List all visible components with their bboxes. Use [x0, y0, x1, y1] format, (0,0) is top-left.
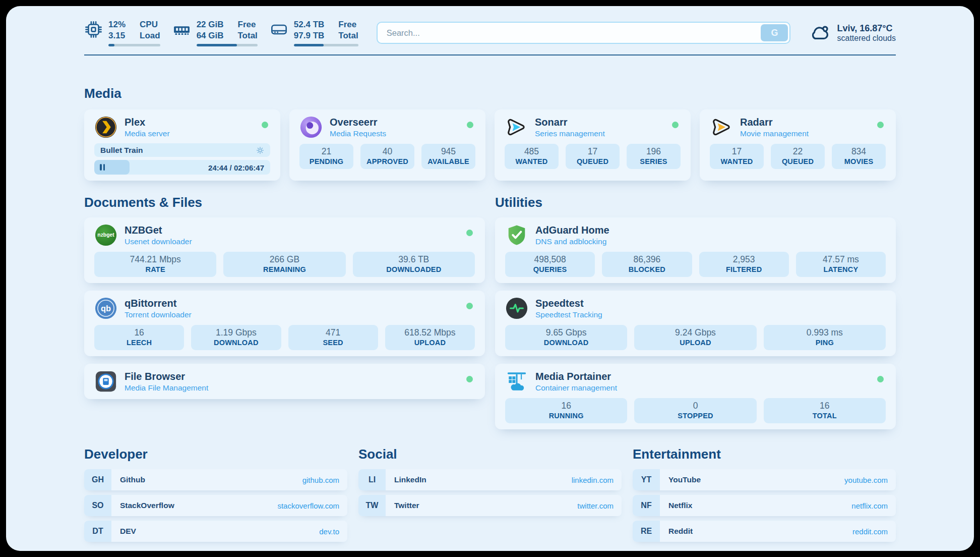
bookmark-github[interactable]: GH Github github.com: [84, 469, 347, 490]
stat-label: LATENCY: [798, 265, 884, 273]
search-input[interactable]: [377, 22, 791, 44]
bookmark-group-developer: Developer GH Github github.com SO StackO…: [84, 447, 347, 542]
stat-remaining: 266 GB REMAINING: [223, 252, 345, 277]
now-playing-title: Bullet Train: [100, 146, 143, 155]
bookmark-name: StackOverflow: [120, 501, 174, 510]
app-card-overseerr[interactable]: Overseerr Media Requests 21 PENDING 40 A…: [289, 109, 485, 181]
bookmark-reddit[interactable]: RE Reddit reddit.com: [633, 521, 896, 542]
stat-queries: 498,508 QUERIES: [505, 252, 595, 277]
cpu-progress-bar: [108, 44, 160, 46]
stat-label: QUERIES: [507, 265, 593, 273]
stat-queued: 22 QUEUED: [771, 144, 825, 169]
stat-value: 21: [301, 146, 351, 157]
bookmark-name: YouTube: [668, 475, 701, 484]
topbar-divider: [84, 54, 896, 55]
app-card-portainer[interactable]: Media Portainer Container management 16 …: [495, 364, 896, 429]
section-title-media: Media: [84, 86, 896, 101]
stat-value: 9.65 Gbps: [507, 327, 625, 338]
bookmark-group-social: Social LI LinkedIn linkedin.com TW Twitt…: [358, 447, 622, 542]
plex-icon: [94, 116, 117, 139]
stat-label: TOTAL: [766, 412, 884, 420]
app-card-filebrowser[interactable]: File Browser Media File Management: [84, 364, 485, 399]
bookmark-linkedin[interactable]: LI LinkedIn linkedin.com: [358, 469, 622, 490]
stat-upload: 9.24 Gbps UPLOAD: [634, 325, 756, 350]
documents-column: Documents & Files nzbget NZBGet Usenet d…: [84, 195, 485, 429]
stat-running: 16 RUNNING: [505, 398, 627, 423]
utilities-column: Utilities AdGuard Home DNS and adblockin…: [495, 195, 896, 429]
app-desc: Media server: [125, 129, 170, 138]
stat-label: QUEUED: [568, 157, 618, 165]
disk-label-2: Total: [338, 30, 358, 41]
status-online-dot: [262, 122, 268, 128]
bookmark-url[interactable]: youtube.com: [844, 476, 888, 484]
status-online-dot: [672, 122, 679, 128]
bookmark-dev[interactable]: DT DEV dev.to: [84, 521, 347, 542]
stat-value: 471: [290, 327, 376, 338]
bookmark-netflix[interactable]: NF Netflix netflix.com: [633, 495, 896, 516]
stat-total: 16 TOTAL: [764, 398, 886, 423]
media-card-grid: Plex Media server Bullet Train: [84, 109, 896, 181]
bookmark-url[interactable]: reddit.com: [852, 527, 888, 536]
pause-icon[interactable]: [100, 164, 102, 171]
search-engine-button[interactable]: G: [761, 24, 788, 41]
stat-available: 945 AVAILABLE: [421, 144, 475, 169]
stat-seed: 471 SEED: [288, 325, 378, 350]
stat-value: 2,953: [701, 254, 787, 265]
app-card-adguard[interactable]: AdGuard Home DNS and adblocking 498,508 …: [495, 217, 896, 283]
app-card-speedtest[interactable]: Speedtest Speedtest Tracking 9.65 Gbps D…: [495, 291, 896, 356]
app-name: NZBGet: [125, 224, 192, 236]
ram-widget: 22 GiB 64 GiB Free Total: [172, 19, 258, 46]
bookmark-url[interactable]: netflix.com: [851, 502, 888, 510]
disk-progress-bar: [294, 44, 358, 46]
app-card-nzbget[interactable]: nzbget NZBGet Usenet downloader 744.21 M…: [84, 217, 485, 283]
status-online-dot: [466, 376, 473, 382]
status-online-dot: [877, 122, 884, 128]
stat-downloaded: 39.6 TB DOWNLOADED: [353, 252, 475, 277]
bookmark-twitter[interactable]: TW Twitter twitter.com: [358, 495, 622, 516]
bookmark-url[interactable]: twitter.com: [577, 502, 614, 510]
disk-icon: [270, 20, 288, 39]
stat-value: 40: [362, 146, 412, 157]
bookmark-name: Netflix: [668, 501, 692, 510]
app-card-plex[interactable]: Plex Media server Bullet Train: [84, 109, 280, 181]
status-online-dot: [466, 230, 473, 236]
stat-ping: 0.993 ms PING: [764, 325, 886, 350]
player-progress-bar[interactable]: 24:44 / 02:06:47: [94, 160, 270, 175]
nzbget-icon: nzbget: [94, 224, 117, 247]
bookmark-stackoverflow[interactable]: SO StackOverflow stackoverflow.com: [84, 495, 347, 516]
bookmark-youtube[interactable]: YT YouTube youtube.com: [633, 469, 896, 490]
app-name: Plex: [125, 116, 170, 128]
bookmark-group-entertainment: Entertainment YT YouTube youtube.com NF …: [633, 447, 896, 542]
app-card-qbittorrent[interactable]: qb qBittorrent Torrent downloader 16: [84, 291, 485, 356]
stat-pending: 21 PENDING: [299, 144, 353, 169]
filebrowser-icon: [94, 370, 117, 393]
ram-free-value: 22 GiB: [197, 19, 224, 30]
cloud-icon: [809, 22, 831, 44]
app-card-sonarr[interactable]: Sonarr Series management 485 WANTED 17 Q…: [495, 109, 691, 181]
player-settings-gear-icon[interactable]: [255, 145, 265, 155]
stat-label: SEED: [290, 339, 376, 347]
svg-text:qb: qb: [101, 304, 111, 313]
status-online-dot: [467, 122, 473, 128]
bookmark-url[interactable]: stackoverflow.com: [277, 502, 339, 510]
stat-label: WANTED: [712, 157, 762, 165]
speedtest-icon: [505, 297, 528, 320]
stat-leech: 16 LEECH: [94, 325, 184, 350]
stat-label: FILTERED: [701, 265, 787, 273]
app-desc: Movie management: [740, 129, 809, 138]
stat-label: UPLOAD: [387, 339, 473, 347]
bookmark-url[interactable]: dev.to: [319, 527, 339, 536]
stat-value: 1.19 Gbps: [193, 327, 279, 338]
stat-value: 266 GB: [225, 254, 343, 265]
weather-location-temp: Lviv, 16.87°C: [837, 23, 896, 34]
stat-value: 17: [712, 146, 762, 157]
ram-progress-bar: [197, 44, 258, 46]
bookmark-url[interactable]: github.com: [302, 476, 339, 484]
app-card-radarr[interactable]: Radarr Movie management 17 WANTED 22 QUE…: [700, 109, 896, 181]
app-name: AdGuard Home: [535, 224, 609, 236]
cpu-icon: [84, 20, 103, 39]
bookmark-url[interactable]: linkedin.com: [572, 476, 614, 484]
top-bar: 12% 3.15 CPU Load: [84, 19, 896, 46]
stat-wanted: 17 WANTED: [710, 144, 764, 169]
stat-label: DOWNLOAD: [507, 339, 625, 347]
